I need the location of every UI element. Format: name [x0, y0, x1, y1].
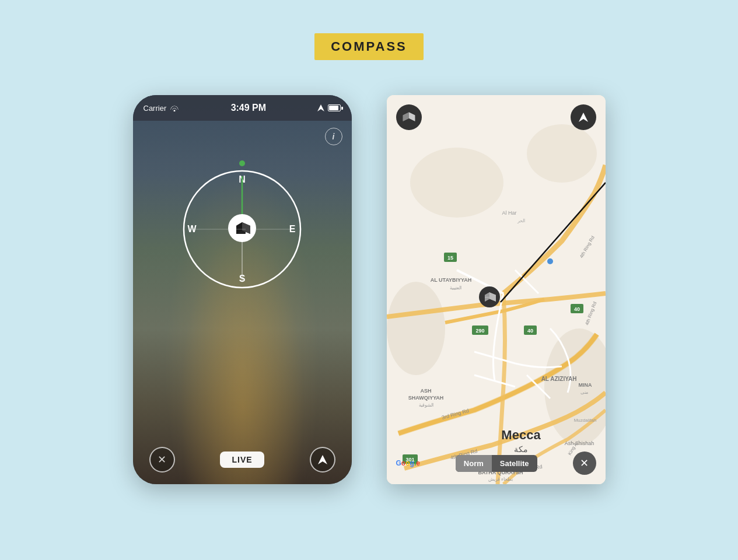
map-cube-button[interactable]	[396, 104, 422, 130]
svg-text:40: 40	[573, 306, 579, 312]
svg-marker-61	[579, 113, 588, 122]
svg-text:بطحاء قريش: بطحاء قريش	[488, 477, 512, 482]
map-navigation-button[interactable]	[571, 104, 596, 130]
clock-display: 3:49 PM	[231, 103, 266, 113]
map-close-icon: ✕	[580, 457, 589, 470]
wifi-icon	[170, 104, 179, 111]
svg-text:AL AZIZIYAH: AL AZIZIYAH	[541, 376, 576, 382]
kaaba-cube-icon	[234, 220, 250, 236]
google-logo: Google	[396, 459, 420, 467]
user-location-dot	[547, 258, 553, 264]
satellite-map-button[interactable]: Satellite	[492, 455, 537, 472]
svg-text:منى: منى	[580, 390, 587, 395]
phone-screen: Carrier 3:49 PM	[133, 95, 352, 484]
map-close-button[interactable]: ✕	[573, 452, 596, 475]
svg-marker-15	[318, 455, 327, 464]
status-bar-left: Carrier	[144, 104, 180, 113]
close-button[interactable]: ✕	[149, 447, 175, 473]
navigation-button[interactable]	[310, 447, 335, 473]
svg-text:العتيبية: العتيبية	[450, 285, 461, 290]
svg-text:Al Har: Al Har	[502, 210, 516, 216]
phone-bottom-controls: ✕ LIVE	[133, 447, 352, 473]
kaaba-map-marker	[479, 286, 500, 307]
svg-marker-0	[317, 104, 324, 111]
normal-map-button[interactable]: Norm	[456, 455, 492, 472]
info-icon: i	[333, 132, 335, 141]
kaaba-map-icon	[483, 290, 496, 303]
svg-rect-57	[485, 297, 489, 298]
screens-container: Carrier 3:49 PM	[133, 95, 606, 484]
svg-text:MINA: MINA	[578, 382, 592, 388]
map-screen: 3rd Ring Rd 4th Ring Rd 4th Ring Rd King…	[387, 95, 606, 484]
svg-point-17	[410, 148, 503, 218]
live-button[interactable]: LIVE	[220, 452, 264, 468]
svg-text:290: 290	[475, 328, 484, 334]
navigation-icon	[317, 454, 328, 466]
close-icon: ✕	[158, 453, 166, 466]
svg-text:AL UTAYBIYYAH: AL UTAYBIYYAH	[430, 277, 471, 283]
location-icon	[317, 104, 324, 111]
kaaba-center-icon	[228, 214, 256, 242]
title-badge: COMPASS	[314, 33, 424, 60]
cube-map-icon	[402, 110, 416, 124]
svg-text:Ash Shishah: Ash Shishah	[564, 440, 594, 446]
carrier-text: Carrier	[144, 104, 167, 113]
status-bar: Carrier 3:49 PM	[133, 95, 352, 121]
svg-text:15: 15	[447, 255, 453, 261]
map-type-toggle: Norm Satellite	[456, 455, 537, 472]
svg-text:الحر: الحر	[516, 218, 524, 223]
status-bar-right	[317, 104, 341, 111]
svg-text:Mecca: Mecca	[501, 428, 541, 442]
svg-point-18	[527, 124, 597, 183]
battery-icon	[328, 104, 341, 111]
svg-text:SHAWQIYYAH: SHAWQIYYAH	[408, 395, 443, 401]
info-button[interactable]: i	[325, 128, 342, 145]
map-bottom-controls: Google Norm Satellite ✕	[387, 452, 606, 475]
app-title: COMPASS	[331, 39, 407, 54]
navigation-map-icon	[578, 111, 589, 123]
svg-text:Muzdalifah: Muzdalifah	[573, 418, 596, 423]
svg-marker-55	[489, 292, 496, 302]
svg-point-19	[387, 282, 445, 375]
svg-text:40: 40	[527, 328, 533, 334]
svg-text:ASH: ASH	[420, 388, 431, 394]
svg-rect-14	[236, 229, 246, 230]
svg-text:الشوقية: الشوقية	[418, 402, 433, 408]
svg-marker-60	[403, 112, 408, 121]
svg-marker-59	[409, 112, 415, 121]
